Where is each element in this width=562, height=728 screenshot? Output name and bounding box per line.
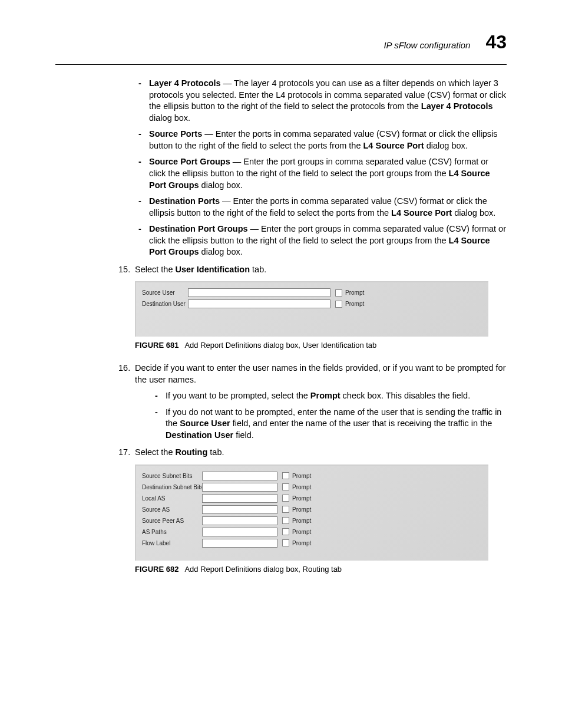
term: Destination Port Groups <box>149 224 250 233</box>
source-peer-as-input[interactable] <box>202 516 277 525</box>
as-paths-input[interactable] <box>202 528 277 536</box>
figure-number: FIGURE 682 <box>135 565 178 574</box>
destination-user-input[interactable] <box>188 299 330 308</box>
prompt-checkbox[interactable] <box>282 539 289 546</box>
term: Layer 4 Protocols <box>149 78 221 88</box>
dlg-label: Source AS <box>142 506 199 514</box>
step-text-post: tab. <box>207 447 224 457</box>
figure-number: FIGURE 681 <box>135 341 178 350</box>
dialog-routing: Source Subnet Bits Prompt Destination Su… <box>135 465 488 561</box>
local-as-input[interactable] <box>202 494 277 503</box>
bold2: Destination User <box>166 430 233 440</box>
prompt-checkbox[interactable] <box>282 506 289 513</box>
dlg-row-source-as: Source AS Prompt <box>142 505 482 514</box>
dlg-row-destination-subnet: Destination Subnet Bits Prompt <box>142 483 482 492</box>
flow-label-input[interactable] <box>202 539 277 548</box>
dlg-row-destination-user: Destination User Prompt <box>142 299 482 308</box>
step-16: 16. Decide if you want to enter the user… <box>135 363 507 441</box>
bold1: Source User <box>180 419 230 428</box>
sub-bullet-no-prompt: If you do not want to be prompted, enter… <box>151 407 507 442</box>
dlg-row-source-peer-as: Source Peer AS Prompt <box>142 516 482 525</box>
prompt-label: Prompt <box>292 506 311 514</box>
page: IP sFlow configuration 43 Layer 4 Protoc… <box>0 0 562 612</box>
figure-caption-text: Add Report Definitions dialog box, User … <box>184 341 376 350</box>
chapter-number: 43 <box>485 32 507 51</box>
prompt-label: Prompt <box>292 539 311 548</box>
step-text: Decide if you want to enter the user nam… <box>135 363 505 384</box>
prompt-checkbox[interactable] <box>282 528 289 535</box>
ref: L4 Source Port <box>391 208 452 218</box>
pre: If you want to be prompted, select the <box>166 391 310 400</box>
step-number: 16. <box>118 363 130 374</box>
prompt-label: Prompt <box>345 289 364 297</box>
prompt-checkbox[interactable] <box>282 495 289 502</box>
prompt-checkbox[interactable] <box>335 289 342 297</box>
mid: field, and enter the name of the user th… <box>230 419 492 428</box>
dlg-row-as-paths: AS Paths Prompt <box>142 528 482 536</box>
step-17: 17. Select the Routing tab. <box>135 447 507 459</box>
content: Layer 4 Protocols — The layer 4 protocol… <box>55 78 507 574</box>
bold: Prompt <box>310 391 340 400</box>
bullet-source-port-groups: Source Port Groups — Enter the port grou… <box>135 156 507 191</box>
step-text-post: tab. <box>250 265 266 274</box>
dlg-label: AS Paths <box>142 528 199 536</box>
header-rule <box>55 64 507 65</box>
step-text-pre: Select the <box>135 265 176 274</box>
ref: L4 Source Port <box>363 141 424 150</box>
figure-682-caption: FIGURE 682Add Report Definitions dialog … <box>135 564 507 575</box>
dlg-row-source-user: Source User Prompt <box>142 288 482 297</box>
figure-681: Source User Prompt Destination User Prom… <box>135 281 507 351</box>
step-text-pre: Select the <box>135 447 176 457</box>
prompt-label: Prompt <box>292 472 311 480</box>
prompt-label: Prompt <box>292 483 311 492</box>
step-number: 17. <box>118 447 130 459</box>
sub-bullet-prompt: If you want to be prompted, select the P… <box>151 390 507 402</box>
dlg-row-flow-label: Flow Label Prompt <box>142 539 482 548</box>
step-16-sublist: If you want to be prompted, select the P… <box>135 390 507 441</box>
figure-caption-text: Add Report Definitions dialog box, Routi… <box>184 565 342 574</box>
bullet-list-protocols: Layer 4 Protocols — The layer 4 protocol… <box>135 78 507 258</box>
term: Source Ports <box>149 129 202 139</box>
post: field. <box>233 430 254 440</box>
source-user-input[interactable] <box>188 288 330 297</box>
dialog-user-identification: Source User Prompt Destination User Prom… <box>135 281 488 337</box>
tail: dialog box. <box>424 141 468 150</box>
bullet-l4-protocols: Layer 4 Protocols — The layer 4 protocol… <box>135 78 507 124</box>
destination-subnet-bits-input[interactable] <box>202 483 277 492</box>
prompt-checkbox[interactable] <box>282 483 289 490</box>
bullet-destination-port-groups: Destination Port Groups — Enter the port… <box>135 223 507 258</box>
step-number: 15. <box>118 264 130 276</box>
dlg-label: Flow Label <box>142 539 199 548</box>
dlg-label: Source Peer AS <box>142 517 199 525</box>
figure-681-caption: FIGURE 681Add Report Definitions dialog … <box>135 340 507 351</box>
figure-682: Source Subnet Bits Prompt Destination Su… <box>135 465 507 575</box>
prompt-checkbox[interactable] <box>335 301 342 308</box>
post: check box. This disables the field. <box>340 391 471 400</box>
prompt-checkbox[interactable] <box>282 472 289 479</box>
step-text-bold: User Identification <box>176 265 250 274</box>
bullet-source-ports: Source Ports — Enter the ports in comma … <box>135 129 507 151</box>
running-title: IP sFlow configuration <box>384 40 470 50</box>
tail: dialog box. <box>452 208 495 218</box>
page-header: IP sFlow configuration 43 <box>55 32 507 51</box>
dlg-label: Source Subnet Bits <box>142 472 199 480</box>
prompt-label: Prompt <box>345 300 364 308</box>
prompt-label: Prompt <box>292 517 311 525</box>
dlg-label: Destination User <box>142 300 184 308</box>
dlg-row-source-subnet: Source Subnet Bits Prompt <box>142 472 482 480</box>
dlg-row-local-as: Local AS Prompt <box>142 494 482 503</box>
bullet-destination-ports: Destination Ports — Enter the ports in c… <box>135 196 507 219</box>
tail: dialog box. <box>199 247 243 256</box>
dlg-label: Local AS <box>142 495 199 503</box>
prompt-checkbox[interactable] <box>282 517 289 524</box>
source-as-input[interactable] <box>202 505 277 514</box>
dlg-label: Source User <box>142 289 184 297</box>
term: Source Port Groups <box>149 157 230 166</box>
ref: Layer 4 Protocols <box>421 101 493 111</box>
step-15: 15. Select the User Identification tab. <box>135 264 507 276</box>
dlg-label: Destination Subnet Bits <box>142 483 199 492</box>
term: Destination Ports <box>149 196 222 206</box>
tail: dialog box. <box>199 180 243 190</box>
prompt-label: Prompt <box>292 528 311 536</box>
source-subnet-bits-input[interactable] <box>202 472 277 480</box>
